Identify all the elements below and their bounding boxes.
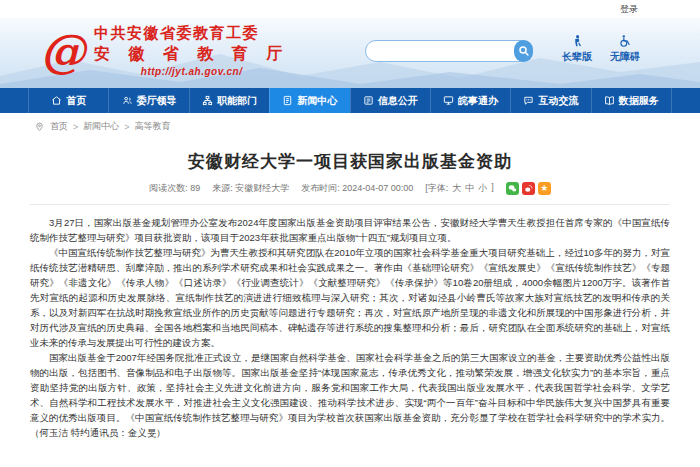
- logo-text: 中共安徽省委教育工委 安 徽 省 教 育 厅 http://jyt.ah.gov…: [94, 24, 289, 77]
- nav-item-info-disclosure[interactable]: 信息公开: [350, 88, 430, 113]
- search-input[interactable]: [366, 42, 514, 60]
- site-logo[interactable]: @ 中共安徽省委教育工委 安 徽 省 教 育 厅 http://jyt.ah.g…: [40, 24, 289, 77]
- publish-time: 发布时间: 2024-04-07 00:00: [301, 182, 413, 195]
- main-navigation: 首页 委厅领导 职能部门 新闻中心 信息公开 皖事通办 互动交流 数据服务: [0, 88, 700, 113]
- title-divider: [30, 204, 670, 205]
- font-size-selector: [字体: 大 中 小 ]: [425, 182, 494, 195]
- weibo-glyph: [524, 184, 533, 193]
- breadcrumb-news-center[interactable]: 新闻中心: [83, 120, 119, 133]
- top-strip: 登录: [0, 0, 700, 18]
- nav-item-news-center[interactable]: 新闻中心: [269, 88, 349, 113]
- accessibility-label: 无障碍: [610, 50, 640, 64]
- nav-label: 数据服务: [619, 94, 659, 108]
- star-glyph: ★: [540, 184, 548, 193]
- news-icon: [282, 95, 293, 106]
- nav-label: 皖事通办: [458, 94, 498, 108]
- elder-version-link[interactable]: 长辈版: [562, 34, 592, 64]
- article-meta: 阅读次数: 89 来源: 安徽财经大学 发布时间: 2024-04-07 00:…: [30, 182, 670, 195]
- nav-label: 新闻中心: [297, 94, 337, 108]
- wechat-share-icon[interactable]: [506, 182, 519, 195]
- article-paragraph-1: 3月27日，国家出版基金规划管理办公室发布2024年度国家出版基金资助项目评审结…: [30, 215, 670, 245]
- banner: @ 中共安徽省委教育工委 安 徽 省 教 育 厅 http://jyt.ah.g…: [0, 18, 700, 88]
- book-icon: [604, 95, 615, 106]
- elder-person-icon: [570, 34, 584, 48]
- breadcrumb: 首页 > 新闻中心 > 高等教育: [0, 113, 700, 140]
- article-title: 安徽财经大学一项目获国家出版基金资助: [30, 150, 670, 173]
- monitor-icon: [443, 95, 454, 106]
- wechat-bubbles-glyph: [508, 184, 517, 193]
- info-icon: [363, 95, 374, 106]
- share-icons: ★: [506, 182, 551, 195]
- article-paragraph-3: 国家出版基金于2007年经国务院批准正式设立，是继国家自然科学基金、国家社会科学…: [30, 350, 670, 440]
- search-icon: [518, 45, 530, 57]
- nav-item-interaction[interactable]: 互动交流: [510, 88, 590, 113]
- logo-emblem-icon: @: [40, 25, 86, 77]
- font-size-prefix: [字体:: [425, 182, 448, 195]
- nav-label: 互动交流: [538, 94, 578, 108]
- org-icon: [202, 95, 213, 106]
- font-size-small[interactable]: 小: [478, 182, 487, 195]
- logo-department-name: 安 徽 省 教 育 厅: [94, 44, 289, 65]
- chat-icon: [523, 95, 534, 106]
- nav-item-home[interactable]: 首页: [28, 88, 108, 113]
- nav-item-services[interactable]: 皖事通办: [430, 88, 510, 113]
- home-icon: [51, 95, 62, 106]
- logo-committee-name: 中共安徽省委教育工委: [94, 24, 289, 43]
- views-count: 阅读次数: 89: [149, 182, 200, 195]
- logo-url: http://jyt.ah.gov.cn/: [94, 66, 289, 77]
- breadcrumb-higher-education[interactable]: 高等教育: [135, 120, 171, 133]
- article-source: 来源: 安徽财经大学: [212, 182, 289, 195]
- nav-label: 信息公开: [378, 94, 418, 108]
- article-paragraph-2: 《中国宣纸传统制作技艺整理与研究》为曹天生教授和其研究团队在2010年立项的国家…: [30, 245, 670, 350]
- accessibility-links: 长辈版 无障碍: [562, 34, 640, 64]
- nav-label: 首页: [66, 94, 86, 108]
- qzone-share-icon[interactable]: ★: [538, 182, 551, 195]
- breadcrumb-home[interactable]: 首页: [50, 120, 68, 133]
- wheelchair-icon: [618, 34, 632, 48]
- article-body: 3月27日，国家出版基金规划管理办公室发布2024年度国家出版基金资助项目评审结…: [30, 215, 670, 440]
- nav-label: 委厅领导: [137, 94, 177, 108]
- login-link[interactable]: 登录: [620, 3, 638, 16]
- location-pin-icon: [34, 121, 45, 132]
- search-box: [365, 40, 533, 62]
- nav-label: 职能部门: [217, 94, 257, 108]
- breadcrumb-separator: >: [124, 122, 129, 132]
- people-icon: [122, 95, 133, 106]
- nav-item-data-services[interactable]: 数据服务: [591, 88, 672, 113]
- search-button[interactable]: [514, 40, 533, 62]
- article-container: 安徽财经大学一项目获国家出版基金资助 阅读次数: 89 来源: 安徽财经大学 发…: [0, 150, 700, 440]
- nav-item-leaders[interactable]: 委厅领导: [108, 88, 188, 113]
- elder-version-label: 长辈版: [562, 50, 592, 64]
- font-size-medium[interactable]: 中: [465, 182, 474, 195]
- breadcrumb-separator: >: [73, 122, 78, 132]
- nav-item-departments[interactable]: 职能部门: [189, 88, 269, 113]
- font-size-large[interactable]: 大: [452, 182, 461, 195]
- font-size-suffix: ]: [491, 182, 494, 195]
- accessibility-link[interactable]: 无障碍: [610, 34, 640, 64]
- weibo-share-icon[interactable]: [522, 182, 535, 195]
